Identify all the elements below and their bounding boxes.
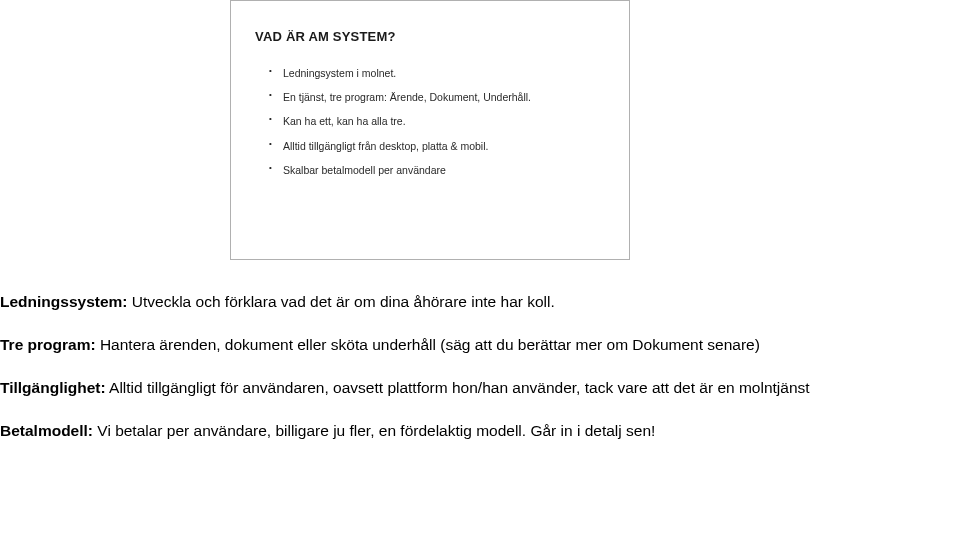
- slide-thumbnail: VAD ÄR AM SYSTEM? Ledningsystem i molnet…: [230, 0, 630, 260]
- note-label: Tre program:: [0, 336, 96, 353]
- list-item: Ledningsystem i molnet.: [283, 66, 605, 80]
- note-label: Ledningssystem:: [0, 293, 127, 310]
- note-text: Alltid tillgängligt för användaren, oavs…: [106, 379, 810, 396]
- note-text: Utveckla och förklara vad det är om dina…: [127, 293, 554, 310]
- note-text: Hantera ärenden, dokument eller sköta un…: [96, 336, 760, 353]
- list-item: En tjänst, tre program: Ärende, Dokument…: [283, 90, 605, 104]
- presenter-notes: Ledningssystem: Utveckla och förklara va…: [0, 292, 960, 464]
- list-item: Kan ha ett, kan ha alla tre.: [283, 114, 605, 128]
- note-paragraph: Betalmodell: Vi betalar per användare, b…: [0, 421, 952, 442]
- note-label: Betalmodell:: [0, 422, 93, 439]
- note-text: Vi betalar per användare, billigare ju f…: [93, 422, 655, 439]
- note-label: Tillgänglighet:: [0, 379, 106, 396]
- note-paragraph: Tre program: Hantera ärenden, dokument e…: [0, 335, 952, 356]
- slide-bullet-list: Ledningsystem i molnet. En tjänst, tre p…: [255, 66, 605, 177]
- note-paragraph: Tillgänglighet: Alltid tillgängligt för …: [0, 378, 952, 399]
- list-item: Skalbar betalmodell per användare: [283, 163, 605, 177]
- note-paragraph: Ledningssystem: Utveckla och förklara va…: [0, 292, 952, 313]
- slide-title: VAD ÄR AM SYSTEM?: [255, 29, 605, 44]
- list-item: Alltid tillgängligt från desktop, platta…: [283, 139, 605, 153]
